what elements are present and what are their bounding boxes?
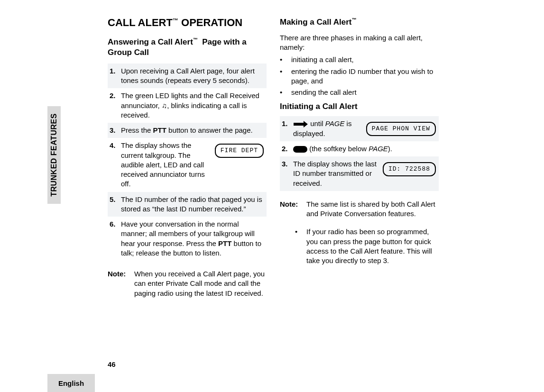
trademark-icon: ™ (193, 37, 198, 42)
subsection-title: Making a Call Alert™ (280, 17, 439, 27)
note-label: Note: (108, 269, 134, 298)
bullet-icon: • (280, 88, 291, 97)
step-text: Have your conversation in the normal man… (121, 219, 264, 258)
phase-list: •initiating a call alert, •entering the … (280, 55, 439, 97)
sub-note: • If your radio has been so programmed, … (295, 227, 439, 265)
note-text: When you received a Call Alert page, you… (134, 269, 267, 298)
step-number: 2. (110, 91, 121, 120)
list-item: •sending the call alert (280, 88, 439, 97)
step-3: 3. Press the PTT button to answer the pa… (108, 123, 267, 138)
step-number: 3. (282, 159, 293, 188)
step-body: (the softkey below PAGE). (293, 144, 436, 154)
step-body: until PAGE is displayed. PAGE PHON VIEW (293, 119, 436, 138)
step-number: 6. (110, 219, 121, 258)
bullet-icon: • (280, 55, 291, 64)
note-block: Note: The same list is shared by both Ca… (280, 200, 439, 219)
sidebar-tab: TRUNKED FEATURES (47, 106, 61, 204)
page-label: PAGE (369, 145, 388, 153)
sub-note-text: If your radio has been so programmed, yo… (306, 227, 439, 265)
right-arrow-icon (293, 121, 308, 128)
step-body: The display shows the current talkgroup.… (121, 141, 264, 189)
initiating-steps: 1. until PAGE is displayed. PAGE PHON VI… (280, 116, 439, 191)
h2-text: Making a Call Alert (280, 18, 351, 27)
step-number: 2. (282, 144, 293, 154)
step-number: 4. (110, 141, 121, 189)
list-item: •initiating a call alert, (280, 55, 439, 64)
step-number: 1. (282, 119, 293, 138)
bullet-icon: • (295, 227, 306, 265)
page-label: PAGE (325, 119, 345, 128)
h1-part1: CALL ALERT (108, 17, 173, 28)
trademark-icon: ™ (173, 17, 178, 24)
subheading: Initiating a Call Alert (280, 102, 439, 111)
language-tab: English (47, 374, 95, 392)
lcd-display: PAGE PHON VIEW (366, 122, 436, 136)
step-text: The ID number of the radio that paged yo… (121, 195, 264, 214)
step-text: The green LED lights and the Call Receiv… (121, 91, 264, 120)
step-text: Press the PTT button to answer the page. (121, 126, 264, 135)
note-label: Note: (280, 200, 306, 219)
h1-part2: OPERATION (181, 17, 242, 28)
step-1: 1. until PAGE is displayed. PAGE PHON VI… (280, 116, 439, 141)
step-body: The display shows the last ID number tra… (293, 159, 436, 188)
step-number: 3. (110, 126, 121, 135)
step-6: 6. Have your conversation in the normal … (108, 217, 267, 261)
note-text: The same list is shared by both Call Ale… (306, 200, 439, 219)
step-3: 3. The display shows the last ID number … (280, 156, 439, 191)
svg-rect-0 (293, 146, 307, 153)
sidebar-label: TRUNKED FEATURES (50, 113, 58, 197)
note-block: Note: When you received a Call Alert pag… (108, 269, 267, 298)
ptt-label: PTT (153, 126, 166, 134)
left-column: CALL ALERT™ OPERATION Answering a Call A… (108, 17, 267, 339)
subsection-title: Answering a Call Alert™ Page with a Grou… (108, 36, 267, 58)
step-text: Upon receiving a Call Alert page, four a… (121, 66, 264, 86)
lcd-display: FIRE DEPT (215, 144, 264, 158)
right-column: Making a Call Alert™ There are three pha… (280, 17, 439, 339)
section-title: CALL ALERT™ OPERATION (108, 17, 267, 29)
step-number: 5. (110, 195, 121, 214)
trademark-icon: ™ (351, 17, 356, 22)
bullet-icon: • (280, 67, 291, 86)
page-number: 46 (108, 360, 116, 368)
softkey-icon (293, 146, 307, 153)
lcd-display: ID: 722588 (383, 162, 436, 176)
intro-text: There are three phases in making a call … (280, 33, 439, 53)
music-note-icon: ♫ (162, 102, 167, 109)
step-2: 2. (the softkey below PAGE). (280, 141, 439, 156)
step-2: 2. The green LED lights and the Call Rec… (108, 88, 267, 123)
answering-steps: 1. Upon receiving a Call Alert page, fou… (108, 64, 267, 261)
step-text: The display shows the current talkgroup.… (121, 141, 210, 189)
ptt-label: PTT (218, 239, 231, 247)
page-content: CALL ALERT™ OPERATION Answering a Call A… (108, 17, 440, 339)
step-5: 5. The ID number of the radio that paged… (108, 192, 267, 217)
h2-part1: Answering a Call Alert (108, 37, 193, 46)
footer: 46 English (0, 354, 544, 392)
step-4: 4. The display shows the current talkgro… (108, 138, 267, 191)
step-1: 1. Upon receiving a Call Alert page, fou… (108, 64, 267, 89)
step-number: 1. (110, 66, 121, 86)
step-text: The display shows the last ID number tra… (293, 159, 378, 188)
list-item: •entering the radio ID number that you w… (280, 67, 439, 86)
